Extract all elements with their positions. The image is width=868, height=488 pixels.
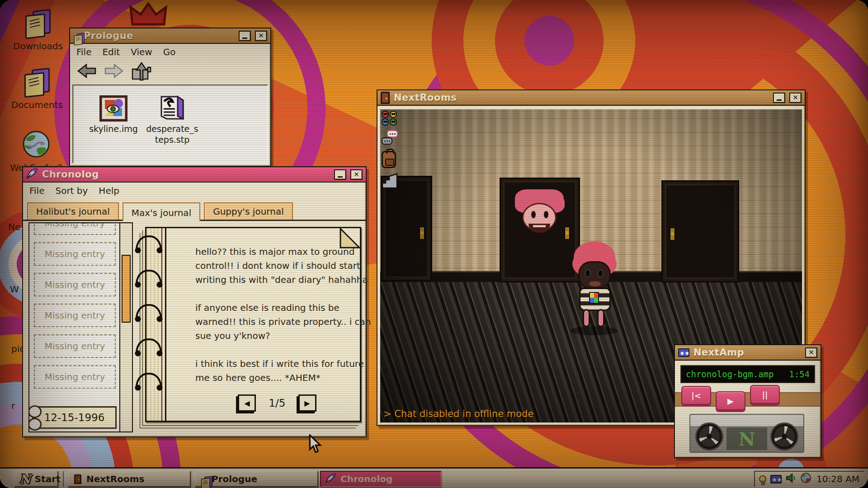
quill-icon [26, 168, 38, 181]
desktop-icon-label: Documents [9, 99, 65, 110]
list-item-missing-entry[interactable]: Missing entry [34, 273, 116, 296]
journal-line: hello?? this is major max to ground [195, 246, 363, 260]
list-item-missing-entry[interactable]: Missing entry [34, 365, 116, 389]
spiral-binding [135, 373, 163, 391]
journal-pager: ◀ 1/5 ▶ [195, 394, 359, 412]
file-desperate-steps[interactable]: desperate_steps.stp [145, 94, 200, 145]
previous-button[interactable]: |< [681, 386, 711, 405]
journal-line: me so here goes.... *AHEM* [195, 372, 363, 386]
menu-go[interactable]: Go [163, 47, 176, 57]
journal-line: control!! i dont know if i should start [195, 260, 363, 274]
close-button[interactable]: ✕ [255, 31, 267, 41]
list-item-missing-entry[interactable]: Missing entry [34, 222, 116, 235]
folder-icon [23, 69, 52, 98]
desktop-icon-label-partial[interactable]: r [11, 400, 15, 411]
window-title: NextRooms [394, 92, 769, 103]
chat-status-text: > Chat disabled in offline mode [383, 408, 533, 419]
play-button[interactable]: ▶ [716, 391, 745, 410]
minimize-button[interactable] [334, 169, 346, 180]
up-icon[interactable] [131, 61, 152, 83]
emote-blue [382, 118, 389, 126]
system-tray: 10:28 AM [754, 471, 864, 487]
emotes-icon[interactable] [382, 111, 398, 126]
desktop-icon-label-partial[interactable]: Ne [8, 221, 20, 232]
entry-list: Missing entry Missing entry Missing entr… [28, 222, 133, 432]
minimize-button[interactable] [239, 31, 251, 41]
menu-help[interactable]: Help [99, 185, 119, 196]
close-icon: ✕ [258, 32, 264, 40]
next-page-icon: ▶ [304, 399, 310, 408]
folder-icon [24, 10, 52, 39]
taskbar-button-nextrooms[interactable]: NextRooms [68, 471, 191, 487]
entry-list-scrollbar[interactable] [119, 223, 132, 432]
pause-button[interactable]: || [750, 385, 780, 404]
start-label: Start [35, 474, 61, 484]
list-item-missing-entry[interactable]: Missing entry [34, 304, 116, 327]
entry-list-items: Missing entry Missing entry Missing entr… [29, 222, 119, 396]
chat-bubbles-icon[interactable] [382, 130, 398, 146]
menu-file[interactable]: File [76, 47, 91, 57]
desktop-icon-documents[interactable]: Documents [9, 69, 65, 110]
desktop-icon-label-partial[interactable]: W [10, 284, 19, 295]
close-icon: ✕ [354, 170, 359, 178]
cassette-logo: N [726, 427, 767, 450]
menu-sort-by[interactable]: Sort by [55, 185, 88, 196]
tab-halibuts-journal[interactable]: Halibut's journal [27, 202, 119, 220]
desktop-icon-label: Downloads [10, 41, 66, 52]
file-skyline[interactable]: skyline.img [86, 95, 141, 134]
speaker-icon[interactable] [786, 473, 797, 485]
taskbar-button-label: NextRooms [86, 474, 144, 484]
close-button[interactable]: ✕ [789, 93, 802, 103]
nextrooms-sidebar [382, 111, 398, 191]
window-title: NextAmp [693, 347, 801, 358]
taskbar-button-chronolog[interactable]: Chronolog [320, 471, 442, 487]
window-title: Prologue [84, 30, 235, 41]
desktop-icon-downloads[interactable]: Downloads [10, 10, 66, 52]
journal-line: warned!! this is private property.. i ca… [195, 316, 363, 330]
menu-edit[interactable]: Edit [102, 47, 120, 57]
minimize-button[interactable] [773, 93, 785, 103]
taskbar: N Start NextRooms Prologue Chronolog 10:… [0, 467, 868, 488]
forward-icon[interactable] [104, 62, 124, 81]
chronolog-titlebar[interactable]: Chronolog ✕ [23, 167, 366, 183]
list-item-missing-entry[interactable]: Missing entry [34, 242, 116, 266]
tab-guppys-journal[interactable]: Guppy's journal [204, 202, 293, 220]
menu-file[interactable]: File [29, 185, 44, 196]
prev-page-button[interactable]: ◀ [238, 394, 256, 412]
chat-bubble [387, 130, 398, 137]
journal-line [195, 288, 363, 302]
close-icon: ✕ [793, 94, 798, 102]
tab-maxs-journal[interactable]: Max's journal [123, 202, 200, 221]
backpack-icon[interactable] [382, 151, 396, 168]
globe-icon[interactable] [801, 473, 811, 485]
menu-view[interactable]: View [131, 47, 152, 57]
start-button[interactable]: N Start [14, 471, 58, 487]
taskbar-button-label: Prologue [212, 474, 257, 484]
close-button[interactable]: ✕ [350, 169, 363, 180]
track-time: 1:54 [789, 369, 810, 379]
chat-bubble [382, 137, 392, 145]
cassette-icon [678, 348, 689, 357]
nextrooms-titlebar[interactable]: NextRooms ✕ [377, 90, 805, 106]
door-icon [74, 474, 81, 484]
next-page-button[interactable]: ▶ [298, 394, 316, 412]
file-name: desperate_steps.stp [145, 123, 200, 145]
crown-sticker [129, 1, 168, 28]
globe-icon [22, 130, 50, 160]
list-item-missing-entry[interactable]: Missing entry [34, 334, 116, 358]
cassette-icon[interactable] [770, 475, 782, 483]
close-button[interactable]: ✕ [805, 347, 817, 358]
scrollbar-thumb[interactable] [122, 255, 131, 323]
lightbulb-icon[interactable] [759, 475, 766, 483]
taskbar-button-prologue[interactable]: Prologue [195, 471, 318, 487]
nextamp-titlebar[interactable]: NextAmp ✕ [675, 345, 821, 361]
back-icon[interactable] [76, 62, 97, 81]
prologue-titlebar[interactable]: Prologue ✕ [70, 28, 270, 44]
entry-date[interactable]: 12-15-1996 [32, 406, 117, 429]
spiral-binding [135, 235, 163, 253]
journal-line: sue you y'know? [195, 330, 363, 344]
track-name: chronolog-bgm.amp [686, 369, 774, 379]
journal-page-edge [146, 228, 166, 421]
stairs-icon[interactable] [382, 173, 398, 191]
desktop-wallpaper: Downloads Documents WebSurfer? Ne W pic … [0, 0, 868, 488]
